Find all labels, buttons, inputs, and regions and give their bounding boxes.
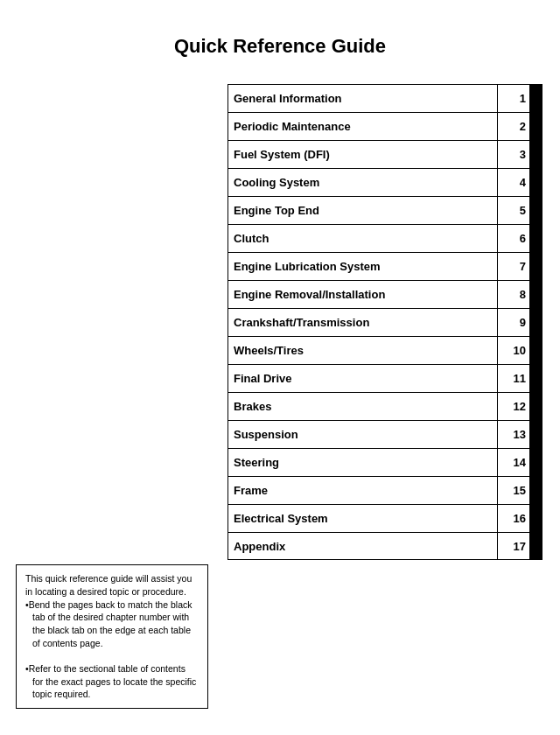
toc-tab bbox=[529, 393, 542, 420]
toc-tab bbox=[529, 337, 542, 364]
toc-row[interactable]: Crankshaft/Transmission9 bbox=[228, 308, 542, 336]
toc-label: Engine Top End bbox=[228, 197, 498, 224]
toc-label: Crankshaft/Transmission bbox=[228, 309, 498, 336]
toc-label: Brakes bbox=[228, 393, 498, 420]
toc-row[interactable]: Final Drive11 bbox=[228, 364, 542, 392]
toc-tab bbox=[529, 113, 542, 140]
toc-tab bbox=[529, 169, 542, 196]
toc-label: Appendix bbox=[228, 533, 498, 559]
toc-number: 16 bbox=[498, 505, 529, 532]
toc-tab bbox=[529, 197, 542, 224]
toc-row[interactable]: Fuel System (DFI)3 bbox=[228, 140, 542, 168]
toc-tab bbox=[529, 505, 542, 532]
toc-number: 15 bbox=[498, 477, 529, 504]
toc-number: 3 bbox=[498, 141, 529, 168]
toc-tab bbox=[529, 421, 542, 448]
toc-label: Periodic Maintenance bbox=[228, 113, 498, 140]
toc-label: Wheels/Tires bbox=[228, 337, 498, 364]
toc-row[interactable]: Wheels/Tires10 bbox=[228, 336, 542, 364]
note-bullet-2: •Refer to the sectional table of content… bbox=[25, 662, 199, 701]
toc-number: 13 bbox=[498, 421, 529, 448]
toc-row[interactable]: Clutch6 bbox=[228, 224, 542, 252]
sidebar-note: This quick reference guide will assist y… bbox=[16, 564, 208, 709]
toc-number: 6 bbox=[498, 225, 529, 252]
toc-row[interactable]: Engine Top End5 bbox=[228, 196, 542, 224]
toc-number: 11 bbox=[498, 365, 529, 392]
toc-row[interactable]: Brakes12 bbox=[228, 392, 542, 420]
note-main-text: This quick reference guide will assist y… bbox=[25, 573, 192, 597]
toc-label: General Information bbox=[228, 85, 498, 112]
toc-number: 7 bbox=[498, 253, 529, 280]
toc-label: Suspension bbox=[228, 421, 498, 448]
toc-number: 12 bbox=[498, 393, 529, 420]
toc-row[interactable]: Engine Removal/Installation8 bbox=[228, 280, 542, 308]
note-bullet-1: •Bend the pages back to match the black … bbox=[25, 598, 199, 650]
toc-tab bbox=[529, 253, 542, 280]
toc-number: 4 bbox=[498, 169, 529, 196]
toc-tab bbox=[529, 477, 542, 504]
toc-label: Clutch bbox=[228, 225, 498, 252]
toc-label: Electrical System bbox=[228, 505, 498, 532]
toc-row[interactable]: Frame15 bbox=[228, 476, 542, 504]
toc-number: 8 bbox=[498, 281, 529, 308]
toc-row[interactable]: Engine Lubrication System7 bbox=[228, 252, 542, 280]
toc-number: 14 bbox=[498, 449, 529, 476]
toc-label: Engine Removal/Installation bbox=[228, 281, 498, 308]
toc-label: Steering bbox=[228, 449, 498, 476]
toc-number: 1 bbox=[498, 85, 529, 112]
toc-tab bbox=[529, 533, 542, 559]
toc-tab bbox=[529, 281, 542, 308]
toc-row[interactable]: General Information1 bbox=[228, 84, 542, 112]
toc-number: 10 bbox=[498, 337, 529, 364]
toc-tab bbox=[529, 449, 542, 476]
toc-row[interactable]: Cooling System4 bbox=[228, 168, 542, 196]
toc-tab bbox=[529, 85, 542, 112]
page-title: Quick Reference Guide bbox=[0, 0, 560, 84]
toc-number: 9 bbox=[498, 309, 529, 336]
toc-tab bbox=[529, 365, 542, 392]
toc-row[interactable]: Suspension13 bbox=[228, 420, 542, 448]
toc-tab bbox=[529, 309, 542, 336]
toc-number: 2 bbox=[498, 113, 529, 140]
toc-number: 5 bbox=[498, 197, 529, 224]
toc-row[interactable]: Periodic Maintenance2 bbox=[228, 112, 542, 140]
toc-number: 17 bbox=[498, 533, 529, 559]
toc-label: Engine Lubrication System bbox=[228, 253, 498, 280]
toc-label: Final Drive bbox=[228, 365, 498, 392]
toc-label: Frame bbox=[228, 477, 498, 504]
toc-tab bbox=[529, 225, 542, 252]
toc-row[interactable]: Electrical System16 bbox=[228, 504, 542, 532]
toc-row[interactable]: Steering14 bbox=[228, 448, 542, 476]
toc-label: Cooling System bbox=[228, 169, 498, 196]
toc-row[interactable]: Appendix17 bbox=[228, 532, 542, 560]
toc-container: General Information1Periodic Maintenance… bbox=[228, 84, 542, 560]
toc-tab bbox=[529, 141, 542, 168]
toc-label: Fuel System (DFI) bbox=[228, 141, 498, 168]
